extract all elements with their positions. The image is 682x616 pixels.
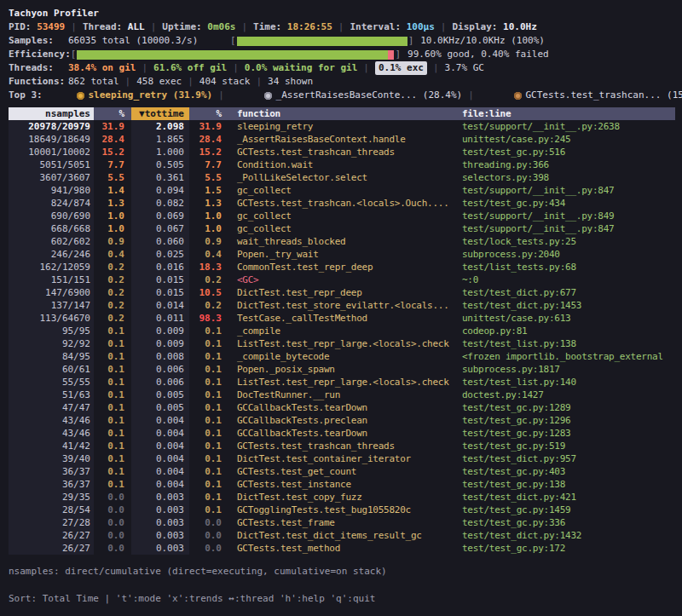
table-row[interactable]: 28/54 0.0 0.003 0.1 GCTogglingTests.test… xyxy=(9,504,675,516)
table-row[interactable]: 246/246 0.4 0.025 0.4 Popen._try_wait su… xyxy=(9,248,675,261)
table-row[interactable]: 43/46 0.1 0.004 0.1 GCCallbackTests.tear… xyxy=(9,427,675,440)
efficiency-bar-good xyxy=(77,50,388,60)
cell-direct-pct: 0.1 xyxy=(94,401,131,414)
cell-file-line: test/test_dict.py:421 xyxy=(462,491,675,504)
table-row[interactable]: 941/980 1.4 0.094 1.5 gc_collect test/su… xyxy=(9,184,675,197)
cell-cumulative-pct: 1.3 xyxy=(189,197,228,210)
cell-direct-pct: 1.4 xyxy=(94,184,131,197)
cell-function: CommonTest.test_repr_deep xyxy=(228,261,462,273)
cell-cumulative-pct: 0.1 xyxy=(189,376,228,389)
table-row[interactable]: 151/151 0.2 0.015 0.2 <GC> ~:0 xyxy=(9,273,675,286)
cell-cumulative-pct: 0.1 xyxy=(189,414,228,427)
cell-nsamples: 668/668 xyxy=(9,222,94,235)
cell-tottime: 0.003 xyxy=(131,491,189,504)
top3-label: Top 3: xyxy=(9,89,43,102)
gold-medal-icon xyxy=(77,92,84,100)
table-row[interactable]: 41/42 0.1 0.004 0.1 GCTests.test_trashca… xyxy=(9,440,675,452)
time-value: 18:26:55 xyxy=(287,20,332,34)
cell-nsamples: 20978/20979 xyxy=(9,120,94,133)
cell-function: gc_collect xyxy=(228,184,462,197)
bracket-close: ] xyxy=(395,48,401,61)
table-row[interactable]: 18649/18649 28.4 1.865 28.4 _AssertRaise… xyxy=(9,133,675,146)
separator: | xyxy=(65,20,83,34)
table-row[interactable]: 5051/5051 7.7 0.505 7.7 Condition.wait t… xyxy=(9,158,675,171)
pid-value: 53499 xyxy=(37,20,65,34)
column-header-cumulative-pct[interactable]: % xyxy=(189,107,228,120)
column-header-function[interactable]: function xyxy=(228,107,462,120)
table-row[interactable]: 36/37 0.1 0.004 0.1 GCTests.test_instanc… xyxy=(9,478,675,491)
separator: | xyxy=(235,20,253,34)
table-row[interactable]: 47/47 0.1 0.005 0.1 GCCallbackTests.tear… xyxy=(9,401,675,414)
cell-file-line: test/lock_tests.py:25 xyxy=(462,235,675,248)
samples-bar-fill xyxy=(237,37,407,46)
cell-nsamples: 137/147 xyxy=(9,299,94,312)
table-row[interactable]: 60/61 0.1 0.006 0.1 Popen._posix_spawn s… xyxy=(9,363,675,376)
table-row[interactable]: 137/147 0.2 0.014 0.2 DictTest.test_stor… xyxy=(9,299,675,312)
table-row[interactable]: 84/95 0.1 0.008 0.1 _compile_bytecode <f… xyxy=(9,350,675,363)
cell-file-line: test/test_dict.py:1432 xyxy=(462,529,675,542)
table-row[interactable]: 20978/20979 31.9 2.098 31.9 sleeping_ret… xyxy=(9,120,675,133)
cell-tottime: 0.067 xyxy=(131,222,189,235)
cell-direct-pct: 5.5 xyxy=(94,171,131,184)
table-row[interactable]: 51/63 0.1 0.005 0.1 DocTestRunner.__run … xyxy=(9,389,675,401)
table-row[interactable]: 3607/3607 5.5 0.361 5.5 _PollLikeSelecto… xyxy=(9,171,675,184)
cell-direct-pct: 1.0 xyxy=(94,210,131,222)
cell-nsamples: 36/37 xyxy=(9,478,94,491)
cell-direct-pct: 0.1 xyxy=(94,325,131,337)
cell-direct-pct: 0.1 xyxy=(94,363,131,376)
cell-function: DictTest.test_store_evilattr.<locals... xyxy=(228,299,462,312)
cell-function: GCCallbackTests.preclean xyxy=(228,414,462,427)
cell-direct-pct: 0.1 xyxy=(94,337,131,350)
table-row[interactable]: 824/874 1.3 0.082 1.3 GCTests.test_trash… xyxy=(9,197,675,210)
cell-file-line: test/test_gc.py:516 xyxy=(462,146,675,158)
table-row[interactable]: 26/27 0.0 0.003 0.0 DictTest.test_dict_i… xyxy=(9,529,675,542)
cell-file-line: test/test_gc.py:403 xyxy=(462,465,675,478)
cell-nsamples: 36/37 xyxy=(9,465,94,478)
terminal-screen: Tachyon Profiler PID: 53499 | Thread: AL… xyxy=(0,0,682,616)
table-row[interactable]: 43/46 0.1 0.004 0.1 GCCallbackTests.prec… xyxy=(9,414,675,427)
table-row[interactable]: 39/40 0.1 0.004 0.1 DictTest.test_contai… xyxy=(9,452,675,465)
separator: | xyxy=(136,61,153,75)
column-header-direct-pct[interactable]: % xyxy=(94,107,131,120)
cell-file-line: test/test_list.py:140 xyxy=(462,376,675,389)
interval-label: Interval: xyxy=(350,20,401,34)
separator: | xyxy=(427,61,445,75)
cell-function: _compile xyxy=(228,325,462,337)
table-row[interactable]: 162/12059 0.2 0.016 18.3 CommonTest.test… xyxy=(9,261,675,273)
table-row[interactable]: 26/27 0.0 0.003 0.0 GCTests.test_method … xyxy=(9,542,675,555)
cell-nsamples: 690/690 xyxy=(9,210,94,222)
table-row[interactable]: 29/35 0.0 0.003 0.1 DictTest.test_copy_f… xyxy=(9,491,675,504)
cell-cumulative-pct: 0.0 xyxy=(189,529,228,542)
column-header-file-line[interactable]: file:line xyxy=(462,107,675,120)
cell-cumulative-pct: 0.1 xyxy=(189,389,228,401)
cell-direct-pct: 0.1 xyxy=(94,440,131,452)
status-line: PID: 53499 | Thread: ALL | Uptime: 0m06s… xyxy=(9,20,675,34)
cell-tottime: 0.006 xyxy=(131,376,189,389)
table-row[interactable]: 668/668 1.0 0.067 1.0 gc_collect test/su… xyxy=(9,222,675,235)
cell-file-line: threading.py:366 xyxy=(462,158,675,171)
table-row[interactable]: 36/37 0.1 0.004 0.1 GCTests.test_get_cou… xyxy=(9,465,675,478)
table-row[interactable]: 10001/10002 15.2 1.000 15.2 GCTests.test… xyxy=(9,146,675,158)
time-label: Time: xyxy=(253,20,281,34)
table-row[interactable]: 113/64670 0.2 0.011 98.3 TestCase._callT… xyxy=(9,312,675,325)
cell-direct-pct: 0.1 xyxy=(94,389,131,401)
cell-cumulative-pct: 0.1 xyxy=(189,350,228,363)
column-header-tottime-sorted[interactable]: ▼tottime xyxy=(131,107,189,120)
thread-value[interactable]: ALL xyxy=(128,20,145,34)
cell-nsamples: 39/40 xyxy=(9,452,94,465)
column-header-nsamples[interactable]: nsamples xyxy=(9,107,94,120)
cell-nsamples: 18649/18649 xyxy=(9,133,94,146)
table-row[interactable]: 602/602 0.9 0.060 0.9 wait_threads_block… xyxy=(9,235,675,248)
table-row[interactable]: 55/55 0.1 0.006 0.1 ListTest.test_repr_l… xyxy=(9,376,675,389)
table-row[interactable]: 690/690 1.0 0.069 1.0 gc_collect test/su… xyxy=(9,210,675,222)
table-row[interactable]: 147/6900 0.2 0.015 10.5 DictTest.test_re… xyxy=(9,286,675,299)
table-row[interactable]: 92/92 0.1 0.009 0.1 ListTest.test_repr_l… xyxy=(9,337,675,350)
cell-function: DictTest.test_dict_items_result_gc xyxy=(228,529,462,542)
table-row[interactable]: 27/28 0.0 0.003 0.0 GCTests.test_frame t… xyxy=(9,516,675,529)
cell-direct-pct: 0.0 xyxy=(94,491,131,504)
cell-function: Popen._try_wait xyxy=(228,248,462,261)
cell-nsamples: 824/874 xyxy=(9,197,94,210)
cell-tottime: 1.000 xyxy=(131,146,189,158)
table-row[interactable]: 95/95 0.1 0.009 0.1 _compile codeop.py:8… xyxy=(9,325,675,337)
efficiency-bar-failed xyxy=(388,50,394,60)
